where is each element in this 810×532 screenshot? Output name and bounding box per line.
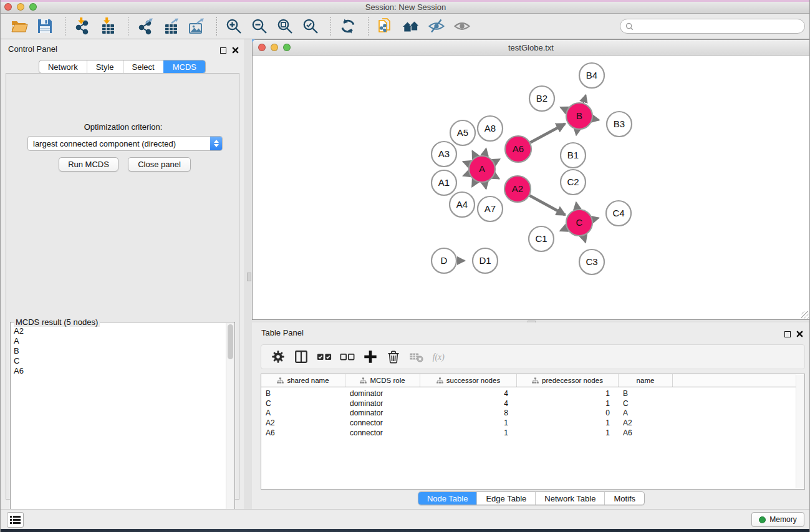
column-header-MCDS-role[interactable]: MCDS role (345, 374, 420, 387)
tab-select[interactable]: Select (123, 60, 163, 73)
float-panel-icon[interactable] (220, 47, 226, 54)
cell[interactable]: connector (345, 428, 420, 437)
tab-style[interactable]: Style (87, 60, 123, 73)
show-all-button[interactable] (451, 16, 473, 36)
edge-A-A7[interactable] (485, 183, 486, 189)
hide-selected-button[interactable] (425, 16, 448, 36)
node-B1[interactable]: B1 (561, 143, 586, 168)
tab-network-table[interactable]: Network Table (535, 492, 604, 505)
cell[interactable]: 1 (517, 418, 619, 427)
edge-C-C3[interactable] (584, 236, 586, 243)
cell[interactable]: B (619, 389, 673, 398)
node-B4[interactable]: B4 (579, 63, 604, 88)
node-A[interactable]: A (469, 156, 495, 182)
criterion-select[interactable]: largest connected component (directed) (27, 136, 223, 151)
result-item-c[interactable]: C (11, 356, 226, 366)
table-settings-button[interactable] (269, 348, 287, 365)
cell[interactable]: 1 (517, 428, 619, 437)
cell[interactable]: A (261, 409, 345, 417)
cell[interactable]: C (261, 399, 345, 408)
edge-A-A6[interactable] (494, 159, 499, 162)
cell[interactable]: 8 (420, 409, 517, 417)
tab-node-table[interactable]: Node Table (418, 492, 477, 505)
cell[interactable]: A2 (619, 418, 673, 427)
cell[interactable]: 1 (517, 389, 619, 398)
select-all-rows-button[interactable] (315, 348, 334, 365)
node-A1[interactable]: A1 (432, 170, 456, 195)
delete-column-button[interactable] (384, 348, 403, 365)
result-item-b[interactable]: B (11, 346, 226, 356)
table-row-a2[interactable]: A2connector11A2 (261, 418, 796, 428)
result-item-a6[interactable]: A6 (11, 366, 226, 376)
table-row-a[interactable]: Adominator80A (261, 408, 796, 418)
node-C4[interactable]: C4 (606, 201, 631, 226)
node-A2[interactable]: A2 (504, 176, 531, 202)
node-C[interactable]: C (566, 210, 592, 236)
node-D1[interactable]: D1 (473, 248, 498, 273)
cell[interactable]: A6 (261, 428, 345, 437)
import-network-button[interactable] (71, 16, 94, 36)
save-session-button[interactable] (34, 16, 56, 36)
cell[interactable]: dominator (345, 409, 420, 417)
zoom-fit-button[interactable] (274, 16, 296, 36)
float-table-panel-icon[interactable] (784, 331, 791, 337)
tab-mcds[interactable]: MCDS (163, 60, 205, 73)
deselect-all-rows-button[interactable] (338, 348, 357, 365)
memory-button[interactable]: Memory (751, 512, 804, 527)
cell[interactable]: A6 (619, 428, 673, 437)
node-A3[interactable]: A3 (432, 142, 456, 167)
node-A8[interactable]: A8 (478, 116, 503, 141)
tab-edge-table[interactable]: Edge Table (476, 492, 535, 505)
search-box[interactable] (620, 19, 805, 34)
edge-A-A1[interactable] (463, 174, 469, 176)
refresh-view-button[interactable] (337, 16, 359, 36)
zoom-selected-button[interactable] (299, 16, 322, 36)
cell[interactable]: 0 (517, 409, 619, 417)
node-C3[interactable]: C3 (579, 249, 604, 274)
result-item-a[interactable]: A (11, 336, 226, 346)
edge-B-B2[interactable] (561, 107, 567, 110)
node-B2[interactable]: B2 (529, 86, 554, 111)
edge-B-B1[interactable] (576, 130, 577, 135)
column-header-shared-name[interactable]: shared name (261, 374, 345, 387)
node-A5[interactable]: A5 (450, 120, 475, 145)
tab-motifs[interactable]: Motifs (604, 492, 644, 505)
edge-A-A3[interactable] (463, 162, 470, 164)
edge-A-A4[interactable] (472, 181, 475, 186)
table-scrollbar[interactable] (796, 375, 804, 488)
first-neighbors-button[interactable] (400, 16, 422, 36)
export-table-button[interactable] (160, 16, 182, 36)
run-mcds-button[interactable]: Run MCDS (59, 157, 118, 172)
search-input[interactable] (634, 20, 804, 32)
mcds-result-list[interactable]: A2ABCA6 (11, 326, 226, 531)
add-column-button[interactable] (361, 348, 380, 365)
edge-A2-C[interactable] (529, 196, 565, 215)
network-window-titlebar[interactable]: testGlobe.txt (253, 40, 809, 56)
edge-C-C1[interactable] (560, 228, 566, 231)
cell[interactable]: 1 (517, 399, 619, 408)
node-A6[interactable]: A6 (505, 136, 531, 162)
import-table-button[interactable] (97, 16, 119, 36)
cell[interactable]: 4 (420, 399, 517, 408)
cell[interactable]: B (261, 389, 345, 398)
zoom-out-button[interactable] (248, 16, 271, 36)
cell[interactable]: A (619, 409, 673, 417)
cell[interactable]: dominator (345, 399, 420, 408)
cell[interactable]: C (619, 399, 673, 408)
edge-C-C2[interactable] (576, 203, 577, 210)
node-C2[interactable]: C2 (561, 170, 586, 195)
network-canvas[interactable]: AA1A2A3A4A5A6A7A8BB1B2B3B4CC1C2C3C4DD1 (253, 56, 809, 319)
result-scrollbar[interactable] (226, 323, 234, 531)
export-network-button[interactable] (134, 16, 157, 36)
task-history-button[interactable] (7, 512, 24, 528)
export-image-button[interactable] (185, 16, 208, 36)
tab-network[interactable]: Network (39, 60, 87, 73)
column-header-successor-nodes[interactable]: successor nodes (420, 374, 517, 387)
table-row-b[interactable]: Bdominator41B (261, 389, 796, 399)
cell[interactable]: connector (345, 418, 420, 427)
node-B3[interactable]: B3 (607, 112, 632, 137)
new-network-from-selection-button[interactable] (374, 16, 397, 36)
table-row-c[interactable]: Cdominator41C (261, 399, 796, 409)
split-pane-divider-handle[interactable] (247, 273, 251, 281)
node-A4[interactable]: A4 (450, 192, 475, 217)
